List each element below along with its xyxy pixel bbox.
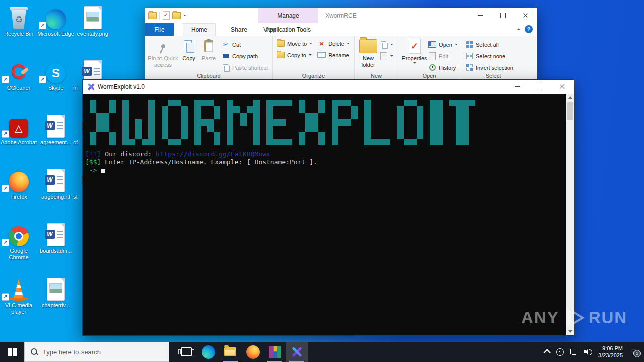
console-banner: [83, 94, 574, 145]
history-icon: [429, 64, 436, 71]
desktop-icon[interactable]: ↗VLC media player: [0, 277, 39, 315]
firefox-icon: [9, 172, 29, 192]
network-icon[interactable]: [570, 349, 578, 355]
tray-status-icon[interactable]: [556, 348, 564, 356]
properties-check-icon[interactable]: ✓: [163, 11, 170, 20]
taskbar-app-winrar[interactable]: [264, 342, 286, 362]
open-button[interactable]: Open: [428, 40, 458, 49]
select-all-button[interactable]: Select all: [465, 40, 513, 49]
start-button[interactable]: [0, 342, 24, 362]
search-placeholder: Type here to search: [43, 348, 101, 356]
invert-selection-button[interactable]: Invert selection: [465, 63, 513, 72]
taskbar-clock[interactable]: 9:06 PM 3/23/2025: [598, 345, 623, 359]
cut-button[interactable]: ✂ Cut: [222, 40, 268, 49]
desktop-icon-label: Microsoft Edge: [37, 31, 75, 37]
move-to-button[interactable]: Move to: [277, 39, 312, 48]
new-folder-icon[interactable]: [172, 12, 181, 19]
taskbar-app-firefox[interactable]: [242, 342, 264, 362]
copy-to-button[interactable]: Copy to: [277, 51, 312, 59]
paste-icon: [204, 40, 213, 52]
edit-button[interactable]: Edit: [428, 52, 458, 60]
customize-qat-chevron-icon[interactable]: [183, 15, 186, 16]
properties-button[interactable]: ✓ Properties: [400, 37, 428, 64]
ribbon: Pin to Quick access Copy Paste ✂ Cut: [145, 36, 537, 80]
desktop-icon[interactable]: ↗Firefox: [0, 168, 39, 200]
console-cursor: [101, 169, 105, 173]
folder-icon[interactable]: [148, 12, 157, 19]
divider: [159, 12, 160, 20]
wormexploit-icon: [291, 346, 303, 358]
scrollbar[interactable]: [566, 94, 574, 335]
paste-shortcut-button[interactable]: Paste shortcut: [222, 63, 268, 72]
tab-home[interactable]: Home: [183, 23, 216, 36]
desktop-icon[interactable]: S↗Skype: [36, 59, 76, 92]
close-button[interactable]: [514, 8, 537, 23]
shortcut-arrow-icon: ↗: [39, 22, 46, 29]
history-button[interactable]: History: [428, 63, 458, 72]
anyrun-watermark: ANY RUN: [521, 308, 627, 328]
desktop-icon-label: everitaly.png: [73, 31, 112, 37]
maximize-button[interactable]: [528, 80, 551, 94]
image-file-icon: [47, 278, 65, 301]
desktop-icon-label: Firefox: [0, 194, 38, 200]
properties-icon: ✓: [409, 39, 421, 54]
shortcut-arrow-icon: ↗: [2, 239, 9, 246]
new-folder-icon: [359, 39, 377, 53]
taskbar-app-task-view[interactable]: [175, 342, 197, 362]
clock-time: 9:06 PM: [598, 345, 623, 352]
clock-date: 3/23/2025: [598, 352, 623, 359]
hidden-icons-chevron-icon[interactable]: [544, 349, 551, 356]
volume-icon[interactable]: [584, 348, 592, 355]
desktop-icon[interactable]: chapterriv...: [36, 277, 76, 309]
scroll-up-icon[interactable]: [566, 94, 574, 101]
open-icon: [428, 41, 436, 48]
easy-access-icon: [380, 52, 387, 60]
desktop-icon[interactable]: Wboardsadm...: [36, 222, 76, 254]
desktop-icon[interactable]: △↗Adobe Acrobat: [0, 114, 39, 146]
close-button[interactable]: [551, 80, 574, 94]
tab-share[interactable]: Share: [223, 23, 255, 36]
desktop-icon[interactable]: C↗CCleaner: [0, 59, 39, 92]
recycle-bin-icon: ♻: [9, 6, 29, 29]
ribbon-group-select: Select all Select none Invert selection …: [460, 36, 526, 80]
collapse-ribbon-icon[interactable]: [517, 28, 521, 30]
minimize-button[interactable]: [506, 80, 528, 94]
copy-path-button[interactable]: Copy path: [222, 52, 268, 60]
scrollbar-thumb[interactable]: [567, 102, 573, 120]
desktop-icon[interactable]: Waugbeing.rtf: [36, 168, 76, 200]
desktop-icon[interactable]: Wagreement...: [36, 114, 76, 146]
minimize-button[interactable]: [469, 8, 492, 23]
tab-application-tools[interactable]: Application Tools: [258, 23, 318, 36]
window-title: XwormRCE: [325, 12, 357, 19]
console-line: [$$] Enter IP-Address/Hostname. Example:…: [85, 158, 574, 166]
rename-button[interactable]: Rename: [317, 51, 350, 59]
select-none-button[interactable]: Select none: [465, 52, 513, 60]
new-folder-button[interactable]: New folder: [357, 37, 380, 68]
maximize-button[interactable]: [492, 8, 514, 23]
copy-button[interactable]: Copy: [179, 37, 199, 62]
ribbon-group-organize: Move to Copy to × Delete: [273, 36, 355, 80]
shortcut-arrow-icon: ↗: [2, 185, 9, 192]
new-item-button[interactable]: [380, 40, 393, 49]
taskbar-search[interactable]: Type here to search: [24, 342, 169, 362]
action-center-icon[interactable]: 1: [630, 348, 639, 356]
pin-to-quick-access-button[interactable]: Pin to Quick access: [147, 37, 179, 68]
scroll-down-icon[interactable]: [566, 328, 574, 335]
copy-to-icon: [277, 52, 285, 58]
desktop-icon[interactable]: ♻Recycle Bin: [0, 5, 39, 37]
tab-file[interactable]: File: [145, 23, 174, 36]
paste-button[interactable]: Paste: [199, 37, 219, 62]
help-icon[interactable]: ?: [525, 25, 533, 33]
taskbar-app-file-explorer[interactable]: [219, 342, 242, 362]
desktop-icon[interactable]: ↗Microsoft Edge: [36, 5, 76, 37]
console-output[interactable]: [!!] Our discord: https://discord.gg/Fat…: [83, 94, 574, 335]
easy-access-button[interactable]: [380, 52, 393, 60]
edge-icon: [46, 9, 66, 29]
taskbar-app-wormexploit[interactable]: [286, 342, 308, 362]
desktop-icon[interactable]: everitaly.png: [72, 5, 113, 37]
anyrun-text-run: RUN: [589, 308, 628, 327]
taskbar-app-edge[interactable]: [197, 342, 219, 362]
delete-button[interactable]: × Delete: [317, 39, 350, 48]
desktop-icon[interactable]: ↗Google Chrome: [0, 222, 39, 261]
desktop-icon-label: Adobe Acrobat: [0, 139, 38, 146]
